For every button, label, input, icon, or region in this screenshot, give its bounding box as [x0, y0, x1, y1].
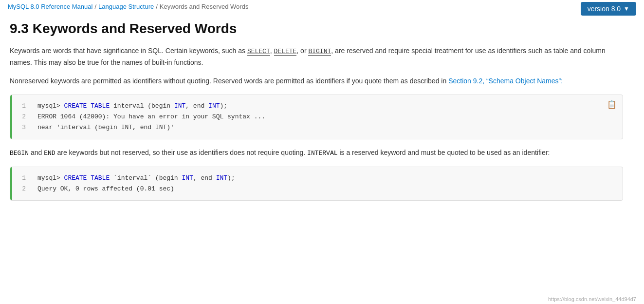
- para3-mid1: and: [29, 149, 44, 156]
- watermark-url: https://blog.csdn.net/weixin_44d94d7: [548, 296, 636, 302]
- line-content: mysql> CREATE TABLE `interval` (begin IN…: [37, 173, 235, 184]
- breadcrumb: MySQL 8.0 Reference Manual / Language St…: [0, 0, 644, 13]
- line-number: 1: [18, 173, 26, 184]
- para1-or: , or: [296, 47, 306, 55]
- breadcrumb-sep2: /: [156, 3, 158, 10]
- code-lines-1: 1 mysql> CREATE TABLE interval (begin IN…: [10, 101, 615, 133]
- main-content: 9.3 Keywords and Reserved Words Keywords…: [0, 13, 633, 218]
- line-number: 2: [18, 184, 26, 194]
- breadcrumb-language-structure-link[interactable]: Language Structure: [98, 3, 154, 10]
- code-line-1-3: 3 near 'interval (begin INT, end INT)': [18, 122, 615, 133]
- code-lines-2: 1 mysql> CREATE TABLE `interval` (begin …: [10, 173, 615, 194]
- end-inline-code: END: [44, 150, 55, 157]
- line-number: 3: [18, 122, 26, 133]
- para2-pre: Nonreserved keywords are permitted as id…: [10, 77, 448, 85]
- breadcrumb-manual-link[interactable]: MySQL 8.0 Reference Manual: [8, 3, 92, 10]
- select-keyword: SELECT: [247, 48, 270, 56]
- version-label: version 8.0: [588, 5, 621, 13]
- para3-post: is a reserved keyword and must be quoted…: [338, 149, 550, 156]
- copy-icon[interactable]: 📋: [607, 100, 617, 109]
- para1-comma1: ,: [270, 47, 272, 55]
- code-line-1-1: 1 mysql> CREATE TABLE interval (begin IN…: [18, 101, 615, 112]
- line-content: ERROR 1064 (42000): You have an error in…: [37, 112, 265, 122]
- code-block-1: 📋 1 mysql> CREATE TABLE interval (begin …: [10, 95, 623, 139]
- code-block-accent-bar: [10, 95, 12, 139]
- line-number: 1: [18, 101, 26, 112]
- bigint-keyword: BIGINT: [308, 48, 331, 56]
- interval-inline-code: INTERVAL: [307, 150, 337, 157]
- line-content: mysql> CREATE TABLE interval (begin INT,…: [37, 101, 227, 112]
- intro-paragraph: Keywords are words that have significanc…: [10, 45, 623, 68]
- version-dropdown-button[interactable]: version 8.0 ▼: [581, 2, 636, 16]
- code-block-2: 1 mysql> CREATE TABLE `interval` (begin …: [10, 167, 623, 201]
- line-number: 2: [18, 112, 26, 122]
- nonreserved-paragraph: Nonreserved keywords are permitted as id…: [10, 76, 623, 86]
- code-line-2-1: 1 mysql> CREATE TABLE `interval` (begin …: [18, 173, 615, 184]
- breadcrumb-current-page: Keywords and Reserved Words: [160, 3, 249, 10]
- para3-mid2: are keywords but not reserved, so their …: [55, 149, 308, 156]
- para1-pre: Keywords are words that have significanc…: [10, 47, 247, 55]
- code-line-2-2: 2 Query OK, 0 rows affected (0.01 sec): [18, 184, 615, 194]
- begin-end-paragraph: BEGIN and END are keywords but not reser…: [10, 147, 623, 159]
- line-content: near 'interval (begin INT, end INT)': [37, 122, 174, 133]
- line-content: Query OK, 0 rows affected (0.01 sec): [37, 184, 174, 194]
- begin-inline-code: BEGIN: [10, 150, 29, 157]
- code-block-accent-bar-2: [10, 167, 12, 200]
- code-line-1-2: 2 ERROR 1064 (42000): You have an error …: [18, 112, 615, 122]
- delete-keyword: DELETE: [274, 48, 297, 56]
- page-title: 9.3 Keywords and Reserved Words: [10, 21, 623, 37]
- breadcrumb-sep1: /: [94, 3, 96, 10]
- section-link[interactable]: Section 9.2, “Schema Object Names”:: [448, 77, 563, 85]
- chevron-down-icon: ▼: [624, 5, 629, 12]
